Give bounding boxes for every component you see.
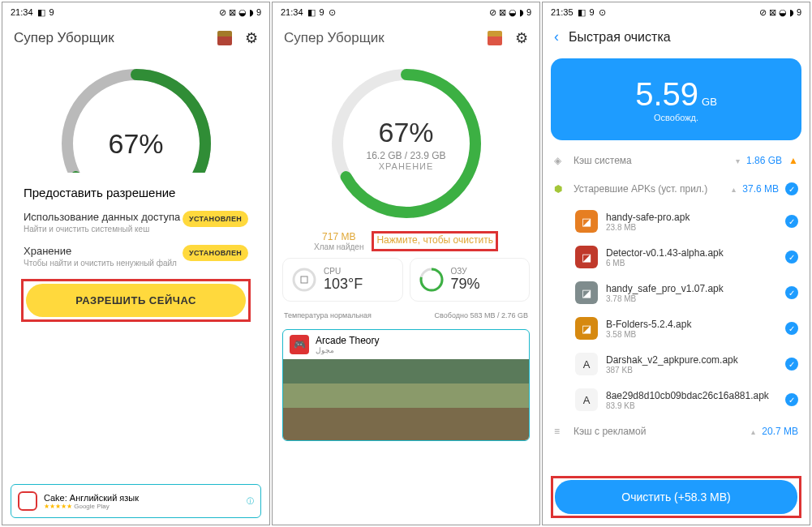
apk-row[interactable]: ◪Detector-v0.1.43-alpha.apk6 MB✓ [543,239,810,275]
chevron-up-icon: ▴ [732,185,736,194]
svg-point-7 [294,269,315,290]
size-banner: 5.59GB Освобожд. [551,58,801,140]
sheet-title: Предоставить разрешение [24,186,248,199]
ad-image [283,359,529,440]
settings-icon[interactable]: ⚙ [515,29,528,47]
apk-icon: ◪ [575,317,598,340]
ad-icon: 🎮 [290,335,309,354]
status-bar: 21:35 ◧ 9 ⊙ ⊘⊠◒◗9 [543,2,810,22]
apk-icon: A [575,388,598,411]
ad-icon [18,491,37,511]
apk-icon: ◪ [575,246,598,268]
check-icon[interactable]: ✓ [785,286,798,299]
check-icon[interactable]: ✓ [785,358,798,371]
installed-badge: УСТАНОВЛЕН [183,245,248,261]
apk-icon: ◪ [575,210,598,233]
highlight-box: РАЗРЕШИТЬ СЕЙЧАС [21,279,251,322]
permission-sheet: Предоставить разрешение Использование да… [11,173,261,332]
clean-cta[interactable]: Нажмите, чтобы очистить [376,234,492,246]
screen-3-quick-clean: 21:35 ◧ 9 ⊙ ⊘⊠◒◗9 ‹ Быстрая очистка 5.59… [542,2,810,525]
status-bar: 21:34 ◧ 9 ⊘⊠◒◗9 [2,2,269,22]
highlight-box: Нажмите, чтобы очистить [372,231,497,251]
apk-row[interactable]: ADarshak_v2_apkpure.com.apk387 KB✓ [543,346,810,382]
svg-rect-8 [301,276,307,283]
clean-button[interactable]: Очистить (+58.3 MB) [555,480,797,514]
app-title: Супер Уборщик [14,30,217,46]
category-outdated-apks[interactable]: ⬢ Устаревшие APKs (уст. прил.) ▴ 37.6 MB… [543,174,810,204]
back-button[interactable]: ‹ [554,28,559,45]
screen-1-permission: 21:34 ◧ 9 ⊘⊠◒◗9 Супер Уборщик ⚙ 67% CPU1… [2,2,270,525]
category-ad-cache[interactable]: ≡ Кэш с рекламой ▴ 20.7 MB [543,418,810,445]
status-bar: 21:34 ◧ 9 ⊙ ⊘⊠◒◗9 [273,2,539,22]
storage-ring[interactable]: 67% 16.2 GB / 23.9 GB ХРАНЕНИЕ [325,62,488,225]
screen-2-main: 21:34 ◧ 9 ⊙ ⊘⊠◒◗9 Супер Уборщик ⚙ 67% 16… [272,2,540,525]
ram-card[interactable]: ОЗУ79% [410,258,531,302]
junk-size: 717 MB [314,231,363,242]
apk-row[interactable]: A8ae29d8d10cb09bdac26c16a881.apk83.9 KB✓ [543,382,810,418]
check-icon[interactable]: ✓ [785,393,798,406]
category-cache-system[interactable]: ◈ Кэш система ▾ 1.86 GB ▲ [543,147,810,174]
warning-icon: ▲ [788,155,798,166]
chevron-down-icon: ▾ [736,156,740,165]
apk-row[interactable]: ◪B-Folders-5.2.4.apk3.58 MB✓ [543,311,810,346]
page-title: Быстрая очистка [569,30,671,45]
gift-icon[interactable] [217,31,232,45]
cpu-card[interactable]: CPU103°F [282,258,403,302]
time: 21:34 [11,7,33,17]
ad-card[interactable]: 🎮Arcade Theoryمجول [282,329,530,441]
android-icon: ⬢ [554,183,567,195]
apk-icon: ◪ [575,281,598,304]
chevron-up-icon: ▴ [751,427,755,436]
gift-icon[interactable] [488,31,502,45]
apk-row[interactable]: ◪handy_safe_pro_v1.07.apk3.78 MB✓ [543,275,810,311]
layers-icon: ◈ [554,155,567,166]
check-icon[interactable]: ✓ [785,182,798,195]
list-icon: ≡ [554,426,567,437]
check-icon[interactable]: ✓ [785,215,798,228]
perm-storage: ХранениеЧтобы найти и очистить ненужный … [24,245,248,268]
installed-badge: УСТАНОВЛЕН [183,211,248,227]
highlight-box: Очистить (+58.3 MB) [551,476,801,518]
perm-data-usage: Использование данных доступаНайти и очис… [24,211,248,234]
apk-row[interactable]: ◪handy-safe-pro.apk23.8 MB✓ [543,204,810,239]
app-title: Супер Уборщик [284,30,488,46]
allow-now-button[interactable]: РАЗРЕШИТЬ СЕЙЧАС [26,284,246,317]
settings-icon[interactable]: ⚙ [245,29,258,47]
check-icon[interactable]: ✓ [785,322,798,335]
apk-icon: A [575,353,598,375]
check-icon[interactable]: ✓ [785,251,798,264]
ad-banner[interactable]: Cake: Английский язык★★★★★ Google Play ⓘ [11,484,261,518]
